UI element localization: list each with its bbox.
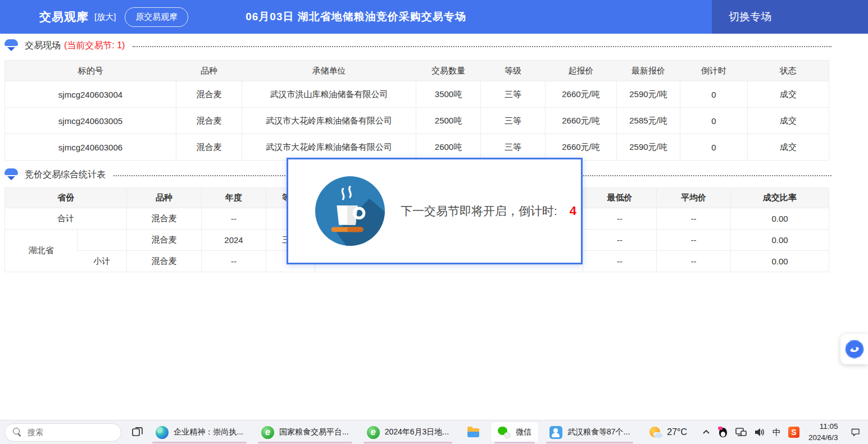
province-total: 合计	[5, 208, 127, 230]
current-session-badge: (当前交易节: 1)	[64, 40, 125, 52]
storage-company: 武汉市洪山库粮油储备有限公司	[242, 81, 416, 108]
windows-taskbar: 企业精神：崇尚执... e 国家粮食交易平台... e 2024年6月3日地..…	[0, 420, 868, 444]
col-avg-price: 平均价	[657, 188, 731, 208]
col-countdown: 倒计时	[680, 61, 748, 81]
running-indicator	[546, 442, 633, 443]
deal-ratio: 0.00	[731, 208, 829, 230]
variety: 混合麦	[127, 208, 202, 230]
table-row: sjmcg240603004 混合麦 武汉市洪山库粮油储备有限公司 3500吨 …	[5, 81, 829, 108]
deal-ratio: 0.00	[731, 230, 829, 251]
section-trading-floor: 交易现场 (当前交易节: 1)	[4, 38, 831, 53]
section-title: 竞价交易综合统计表	[25, 169, 106, 181]
section-marker-icon	[4, 168, 18, 181]
col-deal-ratio: 成交比率	[731, 188, 829, 208]
taskbar-search-box[interactable]	[4, 423, 121, 442]
min-price: --	[583, 230, 657, 251]
section-title: 交易现场	[25, 40, 61, 52]
quantity: 2600吨	[416, 134, 481, 161]
system-tray: 中 S	[702, 427, 799, 438]
variety: 混合麦	[176, 134, 242, 161]
clock-date: 2024/6/3	[808, 432, 838, 443]
grade: 三等	[481, 134, 546, 161]
dialog-message: 下一交易节即将开启，倒计时:	[401, 203, 557, 219]
avg-price: --	[657, 208, 731, 230]
avg-price: --	[657, 230, 731, 251]
latest-price: 2590元/吨	[617, 81, 680, 108]
taskbar-app-edge[interactable]: 企业精神：崇尚执...	[149, 422, 250, 442]
table-header-row: 标的号 品种 承储单位 交易数量 等级 起报价 最新报价 倒计时 状态	[5, 61, 829, 81]
col-lot-id: 标的号	[5, 61, 176, 81]
table-row: sjmcg240603005 混合麦 武汉市大花岭库粮油储备有限公司 2500吨…	[5, 108, 829, 134]
taskbar-app-wechat[interactable]: 微信	[491, 422, 538, 442]
running-indicator	[152, 442, 247, 443]
taskbar-app-browser360-session-page[interactable]: e 2024年6月3日地...	[360, 422, 456, 442]
running-indicator	[363, 442, 452, 443]
clock-time: 11:05	[808, 421, 838, 432]
switch-session-button[interactable]: 切换专场	[712, 0, 868, 34]
ime-indicator[interactable]: 中	[772, 427, 781, 438]
col-variety: 品种	[176, 61, 242, 81]
search-input[interactable]	[28, 428, 121, 437]
col-min-price: 最低价	[583, 188, 657, 208]
lot-id: sjmcg240603005	[5, 108, 176, 134]
storage-company: 武汉市大花岭库粮油储备有限公司	[242, 108, 416, 134]
col-quantity: 交易数量	[416, 61, 481, 81]
dotted-divider	[133, 46, 831, 47]
status-badge: 成交	[748, 108, 829, 134]
col-variety: 品种	[127, 188, 202, 208]
col-status: 状态	[748, 61, 829, 81]
browser360-icon: e	[367, 426, 380, 439]
edge-browser-icon	[156, 426, 169, 439]
avg-price: --	[657, 251, 731, 272]
next-session-dialog: 下一交易节即将开启，倒计时: 4	[287, 158, 583, 264]
start-price: 2660元/吨	[546, 81, 617, 108]
province-sub: 小计	[78, 251, 127, 272]
col-grade: 等级	[481, 61, 546, 81]
running-indicator	[258, 442, 352, 443]
coffee-cup-icon	[315, 176, 385, 246]
quantity: 3500吨	[416, 81, 481, 108]
variety: 混合麦	[127, 230, 202, 251]
notification-center-icon[interactable]	[851, 426, 860, 438]
task-view-button[interactable]	[131, 424, 145, 441]
file-explorer-icon	[467, 426, 480, 439]
latest-price: 2590元/吨	[617, 134, 680, 161]
start-price: 2660元/吨	[546, 134, 617, 161]
storage-company: 武汉市大花岭库粮油储备有限公司	[242, 134, 416, 161]
countdown: 0	[680, 81, 748, 108]
taskbar-app-grain-contacts[interactable]: 武汉粮食等87个...	[543, 422, 637, 442]
deal-ratio: 0.00	[731, 251, 829, 272]
countdown: 0	[680, 134, 748, 161]
taskbar-weather-widget[interactable]: 27°C	[649, 425, 687, 439]
status-badge: 成交	[748, 81, 829, 108]
sogou-input-icon[interactable]: S	[788, 427, 799, 438]
col-province: 省份	[5, 188, 127, 208]
min-price: --	[583, 208, 657, 230]
year: --	[202, 251, 266, 272]
original-view-button[interactable]: 原交易观摩	[125, 7, 188, 27]
tray-expand-chevron-icon[interactable]	[702, 428, 711, 437]
running-indicator	[494, 442, 535, 443]
status-badge: 成交	[748, 134, 829, 161]
zoom-toggle-link[interactable]: [放大]	[94, 12, 116, 22]
variety: 混合麦	[176, 108, 242, 134]
col-start-price: 起报价	[546, 61, 617, 81]
qq-tray-icon[interactable]	[718, 427, 728, 438]
top-header: 06月03日 湖北省地储粮油竞价采购交易专场 交易观摩 [放大] 原交易观摩 切…	[0, 0, 868, 34]
customer-service-button[interactable]	[840, 334, 868, 364]
lot-id: sjmcg240603006	[5, 134, 176, 161]
display-network-tray-icon[interactable]	[735, 427, 747, 437]
taskbar-app-file-explorer[interactable]	[460, 422, 487, 442]
taskbar-app-browser360-grain-platform[interactable]: e 国家粮食交易平台...	[255, 422, 356, 442]
latest-price: 2585元/吨	[617, 108, 680, 134]
taskbar-clock[interactable]: 11:05 2024/6/3	[808, 421, 838, 443]
trading-floor-table: 标的号 品种 承储单位 交易数量 等级 起报价 最新报价 倒计时 状态 sjmc…	[4, 60, 829, 161]
quantity: 2500吨	[416, 108, 481, 134]
province-sub	[78, 230, 127, 251]
search-icon	[13, 428, 22, 437]
min-price: --	[583, 251, 657, 272]
province: 湖北省	[5, 230, 78, 272]
weather-sun-cloud-icon	[649, 425, 662, 439]
col-latest-price: 最新报价	[617, 61, 680, 81]
volume-tray-icon[interactable]	[754, 427, 765, 437]
